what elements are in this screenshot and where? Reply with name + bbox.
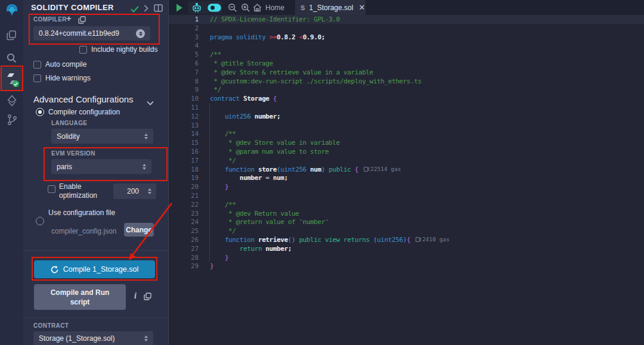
line-number: 3 xyxy=(169,33,199,42)
solidity-compiler-icon[interactable] xyxy=(0,67,23,90)
evm-version-value: paris xyxy=(57,163,72,171)
hide-warnings-label: Hide warnings xyxy=(45,74,91,82)
compile-and-run-button[interactable]: Compile and Run script xyxy=(34,284,126,310)
code-line[interactable]: 27 return number; xyxy=(169,244,644,253)
code-line[interactable]: 28 } xyxy=(169,253,644,262)
code-line[interactable]: 18 function store(uint256 num) public {2… xyxy=(169,165,644,174)
remix-logo[interactable] xyxy=(0,1,23,20)
language-select[interactable]: Solidity xyxy=(51,129,153,144)
optimization-runs-value: 200 xyxy=(118,187,148,195)
ai-assistant-robot-icon[interactable] xyxy=(189,0,205,15)
code-line[interactable]: 2 xyxy=(169,24,644,33)
code-line[interactable]: 9 */ xyxy=(169,85,644,94)
zoom-in-icon[interactable] xyxy=(239,0,252,15)
line-number: 14 xyxy=(169,129,199,138)
compiled-check-icon xyxy=(131,4,139,15)
file-explorer-icon[interactable] xyxy=(0,25,23,45)
code-line[interactable]: 13 xyxy=(169,121,644,130)
code-line[interactable]: 5/** xyxy=(169,50,644,59)
optimization-runs-stepper[interactable]: 200 xyxy=(113,184,156,199)
copy-script-icon[interactable] xyxy=(144,292,151,303)
code-line[interactable]: 24 * @return value of 'number' xyxy=(169,217,644,226)
runs-stepper-icon xyxy=(148,188,151,194)
git-icon[interactable] xyxy=(0,110,23,130)
code-line[interactable]: 19 number = num; xyxy=(169,173,644,182)
enable-optimization-checkbox[interactable] xyxy=(48,185,55,193)
contract-value: Storage (1_Storage.sol) xyxy=(39,334,114,343)
code-line[interactable]: 6 * @title Storage xyxy=(169,59,644,68)
tab-1-storage-sol[interactable]: S 1_Storage.sol ✕ xyxy=(295,0,366,15)
code-line[interactable]: 22 /** xyxy=(169,200,644,209)
tab-close-icon[interactable]: ✕ xyxy=(358,3,365,12)
language-stepper-icon xyxy=(144,133,148,139)
code-line[interactable]: 26 function retrieve() public view retur… xyxy=(169,235,644,244)
code-line[interactable]: 8 * @custom:dev-run-script ./scripts/dep… xyxy=(169,77,644,86)
zoom-out-icon[interactable] xyxy=(226,0,239,15)
deploy-run-icon[interactable] xyxy=(0,91,23,111)
use-config-file-label: Use configuration file xyxy=(48,209,115,217)
refresh-icon xyxy=(51,266,58,273)
line-number: 6 xyxy=(169,59,199,68)
contract-select[interactable]: Storage (1_Storage.sol) xyxy=(33,331,153,345)
code-line[interactable]: 15 * @dev Store value in variable xyxy=(169,138,644,147)
line-number: 10 xyxy=(169,94,199,103)
gas-estimate-badge: 2410 gas xyxy=(416,235,450,244)
code-line[interactable]: 14 /** xyxy=(169,129,644,138)
gas-estimate-badge: 22514 gas xyxy=(364,165,401,174)
include-nightly-checkbox[interactable] xyxy=(79,46,87,54)
evm-version-select[interactable]: paris xyxy=(51,159,151,174)
copy-version-icon[interactable] xyxy=(78,15,86,26)
solidity-compiler-panel: SOLIDITY COMPILER COMPILER + 0.8.24+comm… xyxy=(23,0,169,345)
collapse-chevron-icon[interactable] xyxy=(144,4,148,14)
code-line[interactable]: 17 */ xyxy=(169,156,644,165)
contract-stepper-icon xyxy=(144,335,148,341)
code-line[interactable]: 11 xyxy=(169,103,644,112)
remix-ide-window: { "icon_sidebar": { "icons": ["remix-log… xyxy=(0,0,644,345)
compiler-version-select[interactable]: 0.8.24+commit.e11b9ed9 xyxy=(33,26,150,41)
advanced-configurations-title[interactable]: Advanced Configurations xyxy=(33,94,134,104)
run-script-play-icon[interactable] xyxy=(173,0,186,15)
hide-warnings-checkbox[interactable] xyxy=(33,74,41,82)
compile-button[interactable]: Compile 1_Storage.sol xyxy=(34,260,155,278)
code-line[interactable]: 20 } xyxy=(169,182,644,191)
line-number: 4 xyxy=(169,41,199,50)
home-label: Home xyxy=(265,4,284,12)
line-number: 26 xyxy=(169,235,199,244)
compiler-configuration-label: Compiler configuration xyxy=(48,108,120,116)
add-compiler-icon[interactable]: + xyxy=(66,13,72,23)
code-line[interactable]: 10contract Storage { xyxy=(169,94,644,103)
use-config-file-radio[interactable] xyxy=(36,217,44,225)
divider xyxy=(23,250,169,251)
code-line[interactable]: 7 * @dev Store & retrieve value in a var… xyxy=(169,68,644,77)
pin-panel-icon[interactable] xyxy=(154,4,163,14)
code-line[interactable]: 21 xyxy=(169,191,644,200)
search-icon[interactable] xyxy=(0,48,23,68)
line-number: 16 xyxy=(169,147,199,156)
code-line[interactable]: 29} xyxy=(169,262,644,271)
auto-compile-checkbox[interactable] xyxy=(33,61,41,69)
toggle-switch-icon[interactable] xyxy=(206,0,222,15)
line-number: 11 xyxy=(169,103,199,112)
line-number: 20 xyxy=(169,182,199,191)
code-line[interactable]: 25 */ xyxy=(169,226,644,235)
code-line[interactable]: 4 xyxy=(169,41,644,50)
change-config-button[interactable]: Change xyxy=(124,223,154,237)
compiler-configuration-radio[interactable] xyxy=(36,108,44,116)
code-line[interactable]: 23 * @dev Return value xyxy=(169,209,644,218)
code-line[interactable]: 16 * @param num value to store xyxy=(169,147,644,156)
code-line[interactable]: 1// SPDX-License-Identifier: GPL-3.0 xyxy=(169,15,644,24)
evm-stepper-icon xyxy=(143,164,146,170)
config-file-name: compiler_config.json xyxy=(51,227,116,235)
line-number: 5 xyxy=(169,50,199,59)
info-icon[interactable]: i xyxy=(134,291,137,301)
line-number: 25 xyxy=(169,226,199,235)
fuel-pump-icon xyxy=(364,167,368,172)
line-number: 7 xyxy=(169,68,199,77)
code-editor[interactable]: 1// SPDX-License-Identifier: GPL-3.023pr… xyxy=(169,15,644,345)
home-tab[interactable]: Home xyxy=(253,0,296,15)
advanced-chevron-down-icon[interactable] xyxy=(147,97,154,108)
code-line[interactable]: 12 uint256 number; xyxy=(169,112,644,121)
panel-divider[interactable] xyxy=(168,0,169,345)
code-line[interactable]: 3pragma solidity >=0.8.2 <0.9.0; xyxy=(169,33,644,42)
auto-compile-label: Auto compile xyxy=(45,60,86,69)
